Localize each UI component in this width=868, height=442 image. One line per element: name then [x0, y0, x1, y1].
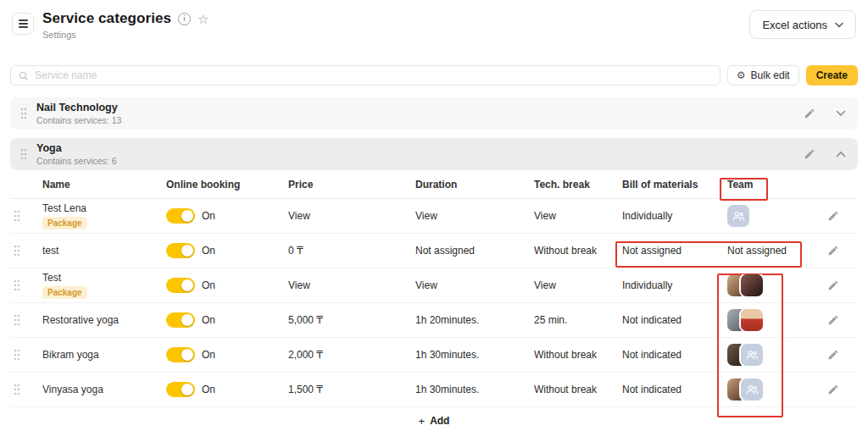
pencil-icon [827, 210, 839, 222]
team-group-placeholder-icon[interactable] [741, 344, 763, 366]
breadcrumb: Settings [42, 30, 209, 40]
duration-cell: Not assigned [415, 245, 534, 257]
drag-handle-icon[interactable] [14, 384, 20, 395]
drag-handle-icon[interactable] [14, 210, 20, 222]
category-services-count: Contains services: 6 [36, 156, 794, 166]
price-cell: 0 ₸ [288, 245, 415, 257]
search-icon [18, 70, 29, 81]
team-group-placeholder-icon[interactable] [727, 205, 749, 227]
excel-actions-button[interactable]: Excel actions [749, 10, 856, 39]
column-header-tech-break: Tech. break [534, 179, 622, 191]
favorite-star-icon[interactable]: ☆ [198, 13, 209, 25]
edit-service-button[interactable] [827, 245, 839, 257]
expand-category-button[interactable] [836, 110, 846, 117]
column-header-name: Name [42, 179, 166, 191]
team-group-placeholder-icon[interactable] [741, 378, 763, 401]
price-cell: 1,500 ₸ [288, 384, 415, 395]
drag-handle-icon[interactable] [14, 349, 20, 361]
info-icon[interactable]: i [178, 13, 191, 25]
drag-handle-icon[interactable] [14, 279, 20, 291]
edit-service-button[interactable] [827, 314, 839, 326]
team-avatar-photo[interactable] [741, 274, 763, 296]
price-cell: View [288, 279, 415, 291]
service-name: Test [42, 272, 61, 284]
team-cell [727, 309, 822, 331]
bill-of-materials-cell: Not indicated [622, 314, 727, 326]
category-services-count: Contains services: 13 [36, 115, 794, 125]
toggle-state-label: On [202, 314, 215, 326]
service-name: test [42, 245, 58, 257]
service-name: Restorative yoga [42, 314, 119, 326]
duration-cell: 1h 30minutes. [415, 349, 534, 361]
edit-service-button[interactable] [827, 210, 839, 222]
search-input[interactable] [35, 69, 713, 81]
bill-of-materials-cell: Not indicated [622, 349, 727, 361]
online-booking-toggle[interactable] [166, 243, 195, 258]
column-header-online-booking: Online booking [166, 179, 288, 191]
edit-service-button[interactable] [827, 279, 839, 291]
duration-cell: View [415, 210, 534, 222]
table-row: Restorative yoga On 5,000 ₸ 1h 20minutes… [10, 303, 858, 338]
drag-handle-icon[interactable] [20, 148, 27, 160]
edit-category-button[interactable] [804, 108, 815, 119]
search-box [10, 65, 721, 86]
pencil-icon [827, 245, 839, 257]
category-row-yoga: Yoga Contains services: 6 [10, 138, 858, 170]
table-row: test On 0 ₸ Not assigned Without break N… [10, 234, 858, 268]
duration-cell: 1h 30minutes. [415, 384, 534, 395]
drag-handle-icon[interactable] [20, 108, 27, 119]
online-booking-toggle[interactable] [166, 312, 195, 328]
online-booking-toggle[interactable] [166, 382, 195, 397]
online-booking-toggle[interactable] [166, 347, 195, 362]
toggle-state-label: On [202, 384, 215, 395]
tech-break-cell: Without break [534, 349, 622, 361]
top-header: Service categories i ☆ Settings Excel ac… [0, 0, 868, 40]
drag-handle-icon[interactable] [14, 245, 20, 257]
edit-service-button[interactable] [827, 384, 839, 395]
online-booking-toggle[interactable] [166, 208, 195, 224]
team-cell: Not assigned [727, 245, 822, 257]
team-cell [727, 378, 822, 401]
bulk-edit-button[interactable]: ⚙ Bulk edit [727, 65, 799, 86]
team-cell [727, 274, 822, 296]
price-cell: 5,000 ₸ [288, 314, 415, 326]
duration-cell: View [415, 279, 534, 291]
edit-service-button[interactable] [827, 349, 839, 361]
tech-break-cell: 25 min. [534, 314, 622, 326]
toggle-state-label: On [202, 349, 215, 361]
chevron-up-icon [836, 151, 846, 157]
column-header-price: Price [288, 179, 415, 191]
page-title: Service categories [42, 10, 171, 27]
pencil-icon [827, 349, 839, 361]
edit-category-button[interactable] [804, 148, 815, 160]
bill-of-materials-cell: Individually [622, 210, 727, 222]
hamburger-menu-button[interactable] [12, 13, 34, 35]
column-header-bill-of-materials: Bill of materials [622, 179, 727, 191]
price-cell: 2,000 ₸ [288, 349, 415, 361]
chevron-down-icon [835, 22, 843, 28]
create-button[interactable]: Create [806, 65, 858, 86]
pencil-icon [804, 108, 815, 119]
package-badge: Package [42, 286, 87, 299]
pencil-icon [804, 148, 815, 160]
pencil-icon [827, 279, 839, 291]
table-row: Bikram yoga On 2,000 ₸ 1h 30minutes. Wit… [10, 338, 858, 373]
table-row: Test Lena Package On View View View Indi… [10, 199, 858, 234]
table-header: Name Online booking Price Duration Tech.… [10, 170, 858, 199]
add-service-button[interactable]: + Add [0, 407, 868, 434]
category-name: Yoga [36, 142, 794, 154]
tech-break-cell: View [534, 279, 622, 291]
collapse-category-button[interactable] [836, 151, 846, 157]
table-row: Vinyasa yoga On 1,500 ₸ 1h 30minutes. Wi… [10, 373, 858, 407]
team-cell [727, 344, 822, 366]
pencil-icon [827, 384, 839, 395]
drag-handle-icon[interactable] [14, 314, 20, 326]
online-booking-toggle[interactable] [166, 278, 195, 293]
bill-of-materials-cell: Not indicated [622, 384, 727, 395]
service-name: Vinyasa yoga [42, 384, 103, 395]
team-avatar-photo[interactable] [741, 309, 763, 331]
package-badge: Package [42, 217, 87, 229]
column-header-duration: Duration [415, 179, 534, 191]
chevron-down-icon [836, 110, 846, 117]
plus-icon: + [419, 415, 426, 428]
